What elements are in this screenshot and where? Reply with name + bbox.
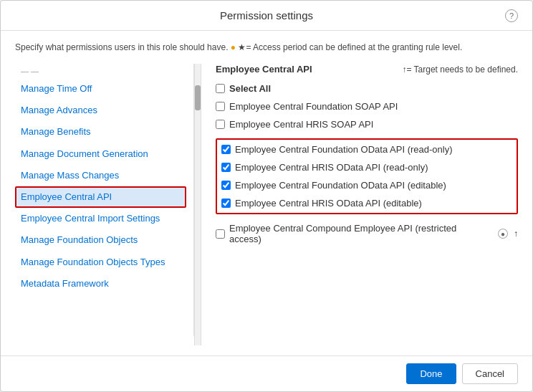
checkbox-ec-hris-odata-readonly-label: Employee Central HRIS OData API (read-on… xyxy=(235,162,428,173)
dialog-title: Permission settings xyxy=(220,9,313,21)
sidebar-item-manage-advances[interactable]: Manage Advances xyxy=(15,100,186,121)
sidebar-item-metadata-framework[interactable]: Metadata Framework xyxy=(15,273,186,295)
info-text: Specify what permissions users in this r… xyxy=(15,42,228,52)
checkbox-select-all-label: Select All xyxy=(229,83,271,94)
sidebar-scroll-up: — — xyxy=(15,64,186,78)
cancel-button[interactable]: Cancel xyxy=(462,363,518,384)
done-button[interactable]: Done xyxy=(406,363,456,384)
scrollbar-track[interactable] xyxy=(194,64,201,345)
checkbox-ec-foundation-odata-editable-input[interactable] xyxy=(221,181,231,190)
checkbox-select-all[interactable]: Select All xyxy=(216,82,518,95)
checkbox-select-all-input[interactable] xyxy=(216,84,225,93)
checkbox-ec-foundation-odata-readonly-input[interactable] xyxy=(221,145,231,154)
checkbox-ec-hris-odata-editable[interactable]: Employee Central HRIS OData API (editabl… xyxy=(221,196,512,210)
info-bar: Specify what permissions users in this r… xyxy=(15,41,518,54)
checkbox-ec-foundation-odata-readonly-label: Employee Central Foundation OData API (r… xyxy=(235,144,453,155)
target-icon: ↑ xyxy=(514,229,518,239)
info-circle-icon: ● xyxy=(498,229,508,239)
checkbox-ec-foundation-odata-editable-label: Employee Central Foundation OData API (e… xyxy=(235,180,446,191)
checkbox-ec-hris-odata-readonly[interactable]: Employee Central HRIS OData API (read-on… xyxy=(221,161,512,174)
sidebar-item-manage-time-off[interactable]: Manage Time Off xyxy=(15,78,186,100)
dialog-header: Permission settings ? xyxy=(1,1,532,31)
scrollbar-thumb[interactable] xyxy=(195,85,201,110)
section-header: Employee Central API ↑= Target needs to … xyxy=(216,64,518,75)
sidebar-item-employee-central-api[interactable]: Employee Central API xyxy=(15,186,186,208)
checkbox-list: Select All Employee Central Foundation S… xyxy=(216,82,518,246)
checkbox-ec-hris-soap-label: Employee Central HRIS SOAP API xyxy=(229,119,373,130)
sidebar-item-manage-foundation-objects[interactable]: Manage Foundation Objects xyxy=(15,229,186,251)
checkbox-ec-foundation-soap-label: Employee Central Foundation SOAP API xyxy=(229,101,398,112)
help-icon[interactable]: ? xyxy=(505,9,518,22)
checkbox-ec-hris-odata-editable-label: Employee Central HRIS OData API (editabl… xyxy=(235,198,422,209)
permission-settings-dialog: Permission settings ? Specify what permi… xyxy=(0,0,533,392)
star-info-icon: ● xyxy=(231,42,236,52)
checkbox-ec-compound-employee-input[interactable] xyxy=(216,229,225,239)
highlighted-checkbox-group: Employee Central Foundation OData API (r… xyxy=(216,138,518,214)
dialog-footer: Done Cancel xyxy=(1,355,532,391)
checkbox-ec-compound-employee-label: Employee Central Compound Employee API (… xyxy=(229,223,491,244)
sidebar-item-employee-central-import-settings[interactable]: Employee Central Import Settings xyxy=(15,208,186,229)
sidebar-item-manage-foundation-objects-types[interactable]: Manage Foundation Objects Types xyxy=(15,252,186,273)
checkbox-ec-hris-odata-readonly-input[interactable] xyxy=(221,163,231,172)
checkbox-ec-hris-soap[interactable]: Employee Central HRIS SOAP API xyxy=(216,118,518,131)
sidebar-item-manage-mass-changes[interactable]: Manage Mass Changes xyxy=(15,165,186,186)
target-label: ↑= Target needs to be defined. xyxy=(402,64,518,75)
checkbox-ec-foundation-soap[interactable]: Employee Central Foundation SOAP API xyxy=(216,100,518,113)
star-note: ★= Access period can be defined at the g… xyxy=(238,42,462,52)
section-title: Employee Central API xyxy=(216,64,312,75)
main-content: Employee Central API ↑= Target needs to … xyxy=(201,64,518,336)
checkbox-ec-hris-soap-input[interactable] xyxy=(216,120,225,129)
checkbox-ec-foundation-soap-input[interactable] xyxy=(216,102,225,111)
sidebar: — — Manage Time Off Manage Advances Mana… xyxy=(15,64,194,336)
content-wrapper: — — Manage Time Off Manage Advances Mana… xyxy=(15,64,518,345)
sidebar-item-manage-document-generation[interactable]: Manage Document Generation xyxy=(15,143,186,165)
checkbox-ec-compound-employee[interactable]: Employee Central Compound Employee API (… xyxy=(216,221,518,246)
checkbox-ec-foundation-odata-editable[interactable]: Employee Central Foundation OData API (e… xyxy=(221,178,512,192)
checkbox-ec-foundation-odata-readonly[interactable]: Employee Central Foundation OData API (r… xyxy=(221,143,512,156)
dialog-body: Specify what permissions users in this r… xyxy=(1,31,532,355)
sidebar-item-manage-benefits[interactable]: Manage Benefits xyxy=(15,121,186,143)
checkbox-ec-hris-odata-editable-input[interactable] xyxy=(221,199,231,208)
